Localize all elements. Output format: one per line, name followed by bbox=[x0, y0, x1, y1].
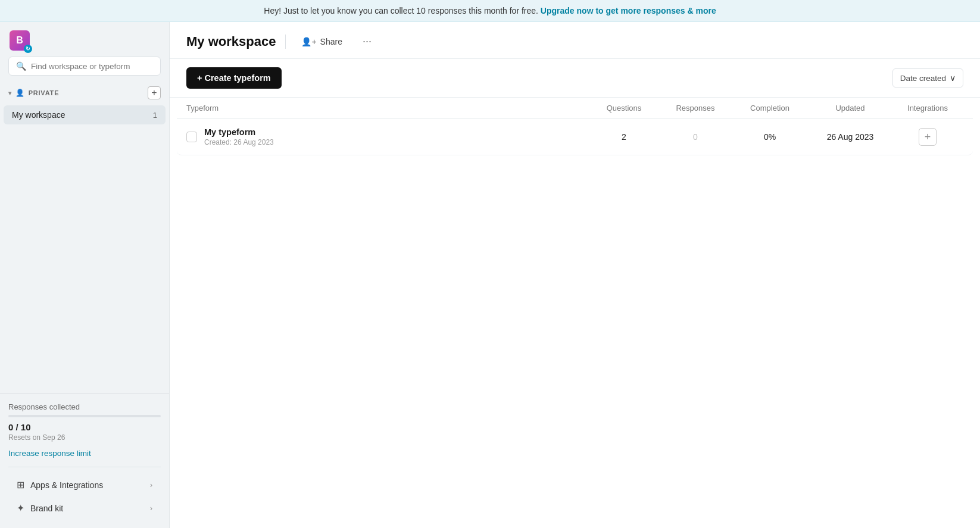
share-button[interactable]: 👤+ Share bbox=[295, 33, 348, 50]
sort-label: Date created bbox=[900, 74, 946, 83]
sort-chevron-icon: ∨ bbox=[950, 73, 956, 83]
person-icon: 👤 bbox=[15, 89, 25, 97]
responses-count: 0 / 10 bbox=[8, 422, 161, 432]
responses-value: 0 bbox=[660, 132, 731, 142]
share-label: Share bbox=[320, 37, 342, 46]
chevron-down-icon: ▾ bbox=[8, 90, 12, 96]
more-options-button[interactable]: ··· bbox=[358, 33, 376, 50]
col-header-updated: Updated bbox=[809, 104, 892, 113]
table-header: Typeform Questions Responses Completion … bbox=[177, 98, 973, 119]
col-header-typeform: Typeform bbox=[186, 104, 588, 113]
workspace-header: My workspace 👤+ Share ··· bbox=[170, 22, 980, 59]
progress-bar bbox=[8, 415, 161, 417]
add-integration-button[interactable]: + bbox=[919, 128, 937, 146]
updated-value: 26 Aug 2023 bbox=[809, 132, 892, 142]
sidebar-item-apps-integrations[interactable]: ⊞ Apps & Integrations › bbox=[8, 473, 161, 496]
banner-text: Hey! Just to let you know you can collec… bbox=[264, 6, 541, 15]
typeform-checkbox[interactable] bbox=[186, 132, 197, 142]
sidebar: B ↻ 🔍 ▾ 👤 PRIVATE + My workspace 1 Respo… bbox=[0, 22, 170, 528]
share-icon: 👤+ bbox=[301, 37, 316, 46]
sidebar-item-my-workspace[interactable]: My workspace 1 bbox=[4, 105, 166, 124]
questions-value: 2 bbox=[588, 132, 660, 142]
search-icon: 🔍 bbox=[16, 61, 26, 71]
create-typeform-button[interactable]: + Create typeform bbox=[186, 67, 282, 89]
brand-kit-icon: ✦ bbox=[17, 502, 24, 514]
avatar-letter: B bbox=[16, 35, 23, 46]
header-divider bbox=[285, 35, 286, 49]
col-header-integrations: Integrations bbox=[892, 104, 963, 113]
add-workspace-button[interactable]: + bbox=[148, 86, 161, 99]
main-content: My workspace 👤+ Share ··· + Create typef… bbox=[170, 22, 980, 528]
chevron-right-icon-brand: › bbox=[150, 504, 152, 513]
search-input[interactable] bbox=[31, 62, 153, 71]
table-row[interactable]: My typeform Created: 26 Aug 2023 2 0 0% … bbox=[177, 119, 973, 155]
typeforms-table: Typeform Questions Responses Completion … bbox=[170, 98, 980, 528]
typeform-name: My typeform bbox=[204, 127, 274, 137]
apps-integrations-label: Apps & Integrations bbox=[30, 480, 144, 490]
chevron-right-icon: › bbox=[150, 481, 152, 489]
responses-collected-label: Responses collected bbox=[8, 402, 161, 411]
typeform-info: My typeform Created: 26 Aug 2023 bbox=[204, 127, 274, 146]
avatar-badge: ↻ bbox=[24, 45, 32, 53]
brand-kit-label: Brand kit bbox=[30, 504, 144, 513]
typeform-name-cell: My typeform Created: 26 Aug 2023 bbox=[186, 127, 588, 146]
integrations-cell: + bbox=[892, 128, 963, 146]
private-label: PRIVATE bbox=[29, 89, 60, 96]
col-header-responses: Responses bbox=[660, 104, 731, 113]
workspace-toolbar: + Create typeform Date created ∨ bbox=[170, 59, 980, 98]
sidebar-nav-items: ⊞ Apps & Integrations › ✦ Brand kit › bbox=[8, 467, 161, 520]
top-banner: Hey! Just to let you know you can collec… bbox=[0, 0, 980, 22]
resets-label: Resets on Sep 26 bbox=[8, 433, 161, 442]
increase-response-limit-link[interactable]: Increase response limit bbox=[8, 449, 91, 458]
completion-value: 0% bbox=[731, 132, 809, 142]
workspace-title: My workspace bbox=[186, 34, 276, 49]
sidebar-item-brand-kit[interactable]: ✦ Brand kit › bbox=[8, 496, 161, 520]
sidebar-bottom: Responses collected 0 / 10 Resets on Sep… bbox=[0, 393, 169, 528]
col-header-questions: Questions bbox=[588, 104, 660, 113]
workspace-item-label: My workspace bbox=[12, 110, 153, 120]
private-section: ▾ 👤 PRIVATE + bbox=[0, 84, 169, 105]
workspace-count: 1 bbox=[153, 111, 157, 120]
col-header-completion: Completion bbox=[731, 104, 809, 113]
avatar-button[interactable]: B ↻ bbox=[10, 30, 30, 51]
upgrade-link[interactable]: Upgrade now to get more responses & more bbox=[541, 6, 716, 15]
apps-icon: ⊞ bbox=[17, 479, 24, 490]
search-box[interactable]: 🔍 bbox=[8, 57, 161, 76]
sort-button[interactable]: Date created ∨ bbox=[892, 68, 963, 88]
typeform-created-date: Created: 26 Aug 2023 bbox=[204, 138, 274, 146]
